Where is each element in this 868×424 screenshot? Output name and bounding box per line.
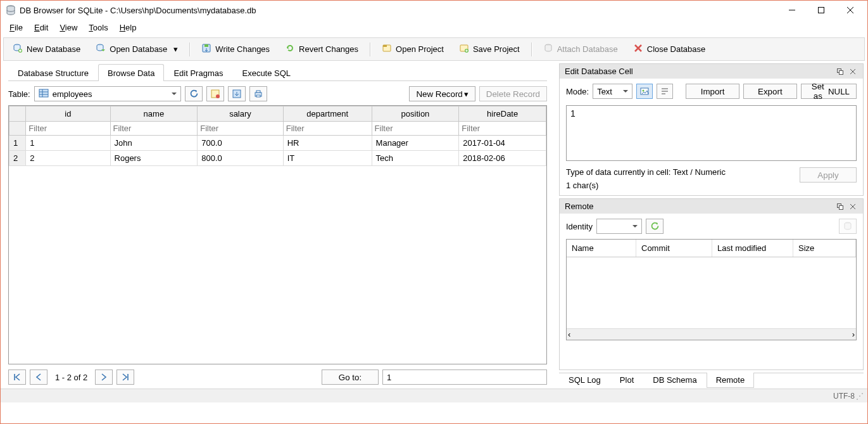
revert-changes-button[interactable]: Revert Changes (280, 41, 363, 58)
prev-page-button[interactable] (30, 369, 47, 385)
last-page-button[interactable] (116, 369, 134, 385)
char-count: 1 char(s) (566, 181, 793, 190)
col-salary[interactable]: salary (198, 106, 284, 122)
cell[interactable]: Manager (372, 136, 459, 151)
col-size[interactable]: Size (793, 240, 856, 257)
close-button[interactable] (836, 1, 865, 20)
clear-filters-button[interactable] (206, 86, 224, 101)
scroll-left-icon[interactable]: ‹ (568, 330, 570, 339)
resize-grip-icon[interactable]: ⋰ (855, 392, 864, 401)
cell[interactable]: 2 (26, 151, 110, 166)
table-row[interactable]: 1 1 John 700.0 HR Manager 2017-01-04 (9, 136, 546, 151)
cell[interactable]: Rogers (110, 151, 198, 166)
save-table-button[interactable] (228, 86, 246, 101)
label: Save Project (473, 44, 520, 54)
open-database-button[interactable]: Open Database ▾ (91, 41, 183, 58)
first-page-button[interactable] (8, 369, 26, 385)
import-button[interactable]: Import (686, 84, 739, 99)
export-button[interactable]: Export (743, 84, 797, 99)
scroll-right-icon[interactable]: › (852, 330, 855, 339)
filter-department[interactable] (284, 122, 372, 135)
col-last-modified[interactable]: Last modified (712, 240, 793, 257)
col-position[interactable]: position (372, 106, 459, 122)
tab-remote[interactable]: Remote (707, 373, 755, 388)
tab-database-structure[interactable]: Database Structure (8, 64, 98, 81)
close-panel-icon[interactable] (848, 67, 858, 76)
cell[interactable]: Tech (372, 151, 459, 166)
filter-name[interactable] (111, 122, 198, 135)
undock-icon[interactable] (835, 202, 845, 211)
col-hiredate[interactable]: hireDate (459, 106, 546, 122)
table-select[interactable]: employees (34, 86, 181, 101)
menu-tools[interactable]: Tools (84, 22, 113, 34)
col-name[interactable]: name (110, 106, 198, 122)
write-changes-button[interactable]: Write Changes (196, 41, 275, 58)
close-database-button[interactable]: Close Database (628, 41, 711, 58)
cell-value-editor[interactable]: 1 (566, 105, 857, 161)
next-page-button[interactable] (95, 369, 113, 385)
insert-image-button[interactable] (636, 84, 653, 99)
row-header[interactable]: 1 (9, 136, 26, 151)
close-panel-icon[interactable] (848, 202, 858, 211)
filter-salary[interactable] (198, 122, 283, 135)
new-database-button[interactable]: New Database (8, 41, 85, 58)
svg-rect-2 (819, 8, 824, 13)
table-icon (39, 88, 49, 100)
tab-browse-data[interactable]: Browse Data (98, 64, 164, 81)
undock-icon[interactable] (835, 67, 845, 76)
tab-edit-pragmas[interactable]: Edit Pragmas (164, 64, 232, 81)
menu-help[interactable]: Help (115, 22, 142, 34)
cell[interactable]: John (110, 136, 198, 151)
save-icon (201, 43, 211, 55)
cell[interactable]: IT (283, 151, 372, 166)
identity-upload-button[interactable] (839, 219, 857, 234)
save-project-button[interactable]: Save Project (454, 41, 525, 58)
goto-input[interactable] (382, 369, 547, 385)
delete-record-button[interactable]: Delete Record (479, 86, 547, 101)
menu-view[interactable]: View (54, 22, 82, 34)
tab-sql-log[interactable]: SQL Log (559, 373, 610, 388)
col-id[interactable]: id (26, 106, 110, 122)
tab-execute-sql[interactable]: Execute SQL (232, 64, 300, 81)
window-title: DB Browser for SQLite - C:\Users\hp\Docu… (20, 6, 777, 15)
table-label: Table: (8, 89, 30, 99)
refresh-button[interactable] (185, 86, 203, 101)
cell[interactable]: HR (283, 136, 372, 151)
print-button[interactable] (249, 86, 267, 101)
col-name[interactable]: Name (567, 240, 636, 257)
cell[interactable]: 1 (26, 136, 110, 151)
attach-database-button[interactable]: Attach Database (538, 41, 623, 58)
cell[interactable]: 2018-02-06 (459, 151, 546, 166)
menu-edit[interactable]: Edit (29, 22, 53, 34)
apply-button[interactable]: Apply (800, 167, 857, 183)
mode-select[interactable]: Text (593, 84, 632, 99)
col-commit[interactable]: Commit (636, 240, 712, 257)
menu-file[interactable]: File (4, 22, 28, 34)
remote-table[interactable]: Name Commit Last modified Size ‹ › (566, 239, 857, 340)
minimize-button[interactable] (777, 1, 807, 20)
open-project-button[interactable]: Open Project (377, 41, 449, 58)
svg-rect-25 (840, 70, 843, 74)
identity-refresh-button[interactable] (646, 219, 664, 234)
cell[interactable]: 700.0 (198, 136, 284, 151)
data-grid[interactable]: id name salary department position hireD… (8, 105, 547, 364)
identity-select[interactable] (596, 219, 642, 234)
cell[interactable]: 2017-01-04 (459, 136, 546, 151)
table-row[interactable]: 2 2 Rogers 800.0 IT Tech 2018-02-06 (9, 151, 546, 166)
new-record-button[interactable]: New Record▾ (409, 86, 475, 101)
set-null-button[interactable]: Set as NULL (801, 84, 857, 99)
maximize-button[interactable] (807, 1, 836, 20)
tab-plot[interactable]: Plot (610, 373, 643, 388)
project-open-icon (382, 43, 392, 55)
filter-hiredate[interactable] (459, 122, 546, 135)
filter-position[interactable] (372, 122, 459, 135)
goto-button[interactable]: Go to: (322, 369, 379, 385)
row-header[interactable]: 2 (9, 151, 26, 166)
tab-db-schema[interactable]: DB Schema (643, 373, 706, 388)
filter-id[interactable] (26, 122, 110, 135)
format-button[interactable] (657, 84, 673, 99)
col-department[interactable]: department (283, 106, 372, 122)
db-new-icon (13, 43, 23, 55)
label: Open Project (396, 44, 444, 54)
cell[interactable]: 800.0 (198, 151, 284, 166)
